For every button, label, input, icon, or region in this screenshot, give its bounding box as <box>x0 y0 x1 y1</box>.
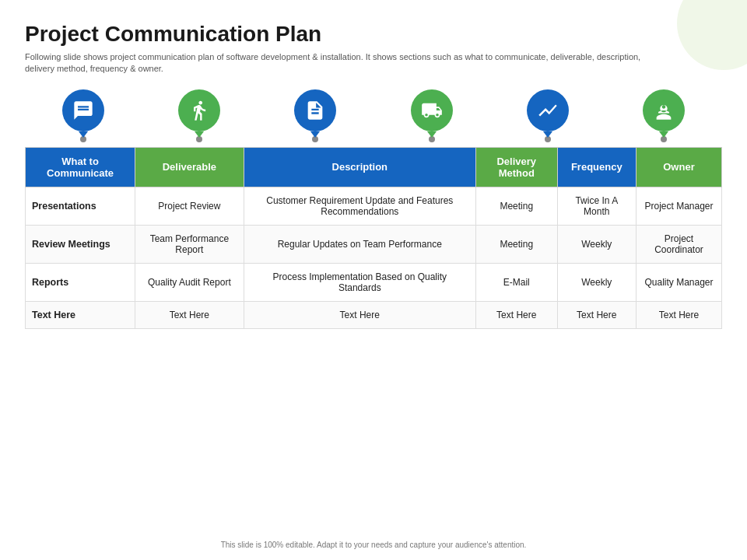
pulse-icon <box>527 89 569 131</box>
table-row: Presentations Project Review Customer Re… <box>26 187 722 225</box>
row1-what: Presentations <box>26 187 135 225</box>
row1-deliverable: Project Review <box>135 187 244 225</box>
table-row: Review Meetings Team Performance Report … <box>26 225 722 263</box>
row1-frequency: Twice In A Month <box>557 187 636 225</box>
header-method: Delivery Method <box>475 147 557 187</box>
icon-cell-6 <box>606 89 722 147</box>
header-what: What to Communicate <box>26 147 135 187</box>
row3-deliverable: Quality Audit Report <box>135 263 244 301</box>
table-header-row: What to Communicate Deliverable Descript… <box>26 147 722 187</box>
manager-icon <box>643 89 685 131</box>
icon-cell-3 <box>258 89 374 147</box>
header-frequency: Frequency <box>557 147 636 187</box>
decorative-circle <box>677 0 747 70</box>
chat-icon <box>62 89 104 131</box>
icon-cell-4 <box>374 89 489 147</box>
row2-frequency: Weekly <box>557 225 636 263</box>
communication-table: What to Communicate Deliverable Descript… <box>25 147 722 329</box>
row4-what: Text Here <box>26 301 135 328</box>
header-owner: Owner <box>636 147 721 187</box>
page-subtitle: Following slide shows project communicat… <box>25 51 663 75</box>
row3-frequency: Weekly <box>557 263 636 301</box>
icon-cell-1 <box>25 89 141 147</box>
header-deliverable: Deliverable <box>135 147 244 187</box>
row4-deliverable: Text Here <box>135 301 244 328</box>
row1-method: Meeting <box>475 187 557 225</box>
row4-owner: Text Here <box>636 301 721 328</box>
row4-description: Text Here <box>244 301 475 328</box>
table-row: Text Here Text Here Text Here Text Here … <box>26 301 722 328</box>
row2-description: Regular Updates on Team Performance <box>244 225 475 263</box>
icon-cell-2 <box>141 89 257 147</box>
person-walk-icon <box>178 89 220 131</box>
document-icon <box>294 89 336 131</box>
row2-owner: Project Coordinator <box>636 225 721 263</box>
row2-what: Review Meetings <box>26 225 135 263</box>
icon-row <box>25 89 722 147</box>
page-title: Project Communication Plan <box>25 22 722 47</box>
header-description: Description <box>244 147 475 187</box>
row3-description: Process Implementation Based on Quality … <box>244 263 475 301</box>
row2-method: Meeting <box>475 225 557 263</box>
row3-method: E-Mail <box>475 263 557 301</box>
row3-what: Reports <box>26 263 135 301</box>
row4-frequency: Text Here <box>557 301 636 328</box>
footer-text: This slide is 100% editable. Adapt it to… <box>0 541 747 549</box>
row4-method: Text Here <box>475 301 557 328</box>
icon-cell-5 <box>489 89 605 147</box>
row1-owner: Project Manager <box>636 187 721 225</box>
row2-deliverable: Team Performance Report <box>135 225 244 263</box>
row1-description: Customer Requirement Update and Features… <box>244 187 475 225</box>
table-row: Reports Quality Audit Report Process Imp… <box>26 263 722 301</box>
truck-icon <box>411 89 453 131</box>
row3-owner: Quality Manager <box>636 263 721 301</box>
